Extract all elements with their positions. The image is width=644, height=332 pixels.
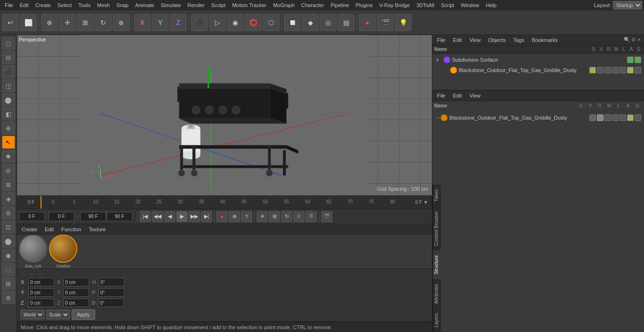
sidebar-mirror-btn[interactable]: ⊡ [2,220,15,234]
y-pos-input[interactable] [28,288,54,297]
keyframe-btn[interactable]: P [293,211,305,222]
obj-edit-btn[interactable]: Edit [451,36,464,44]
obj-bookmarks-btn[interactable]: Bookmarks [530,36,560,44]
sidebar-sculpt-btn[interactable]: ◉ [2,249,15,262]
menu-plugins[interactable]: Plugins [353,1,375,9]
next-frame-btn[interactable]: ▶▶ [189,211,200,222]
sidebar-poly-btn[interactable]: ⬛ [2,65,15,78]
deformer-button[interactable]: ⬡ [263,14,280,31]
s-checkbox[interactable] [627,57,634,63]
timeline-frame-input[interactable]: 0 F ▼ [406,200,430,205]
light2-button[interactable]: 💡 [395,14,412,31]
mat-texture-btn[interactable]: Texture [87,226,107,233]
attr-cb-5[interactable] [619,114,626,121]
scale-tool-button[interactable]: ⊞ [77,14,94,31]
r-checkbox-2[interactable] [604,67,611,73]
attr-cb-1[interactable] [589,114,596,121]
sidebar-model-btn[interactable]: ⬤ [2,93,15,106]
x-size-input[interactable] [63,278,89,286]
z-axis-button[interactable]: Z [170,14,187,31]
goto-end-btn[interactable]: ▶| [201,211,212,222]
shader-button[interactable]: ▤ [338,14,355,31]
material-preview-1[interactable] [19,235,47,263]
render-view-btn[interactable]: 🎬 [321,211,332,222]
l-checkbox-2[interactable] [619,67,626,73]
list-item[interactable]: — Blackstone_Outdoor_Flat_Top_Gas_Griddl… [434,113,642,123]
sidebar-paint-btn[interactable]: ⬤ [2,235,15,248]
menu-tools[interactable]: Tools [75,1,93,9]
mat-function-btn[interactable]: Function [59,226,83,233]
obj-file-btn[interactable]: File [435,36,447,44]
sidebar-smooth-btn[interactable]: ◌ [2,263,15,276]
dots-btn[interactable]: ⠿ [305,211,317,222]
preview-start-input[interactable] [49,212,74,221]
sidebar-bridge-btn[interactable]: ⊜ [2,206,15,219]
menu-script[interactable]: Script [438,1,457,9]
structure-tab[interactable]: Structure [433,251,441,279]
menu-edit[interactable]: Edit [17,1,32,9]
sidebar-extrude-btn[interactable]: ⊞ [2,178,15,191]
y-axis-button[interactable]: Y [152,14,169,31]
apply-button[interactable]: Apply [72,309,95,320]
attr-cb-6[interactable] [627,114,634,121]
a-checkbox-2[interactable] [627,67,634,73]
rotate-tool-button[interactable]: ↻ [95,14,112,31]
menu-create[interactable]: Create [33,1,54,9]
array-button[interactable]: ◆ [302,14,319,31]
nurbs-button[interactable]: ⭕ [245,14,262,31]
attr-cb-4[interactable] [612,114,619,121]
obj-view-btn[interactable]: View [468,36,483,44]
attr-cb-2[interactable] [597,114,603,121]
mat-edit-btn[interactable]: Edit [43,226,56,233]
record-button[interactable]: ● [359,14,376,31]
sidebar-extra-btn[interactable]: ⊛ [2,291,15,304]
move-tool-button[interactable]: ✛ [59,14,76,31]
s-checkbox-2[interactable] [589,67,596,73]
material-preview-2[interactable] [49,235,77,263]
rotate-tool-pb[interactable]: ↻ [281,211,292,222]
h-input[interactable] [99,278,124,286]
b-input[interactable] [98,299,124,307]
menu-character[interactable]: Character [298,1,327,9]
light-button[interactable]: ◉ [227,14,244,31]
x-axis-button[interactable]: X [134,14,151,31]
sidebar-knife-btn[interactable]: ⊘ [2,164,15,177]
scale-tool-pb[interactable]: ⊞ [269,211,280,222]
expand-icon[interactable]: ▼ [435,57,442,63]
table-row[interactable]: Blackstone_Outdoor_Flat_Top_Gas_Griddle_… [433,65,643,75]
render-button[interactable]: 🎬 [377,14,394,31]
obj-objects-btn[interactable]: Objects [486,36,507,44]
z-size-input[interactable] [63,299,89,307]
sidebar-live-btn[interactable]: ✺ [2,150,15,163]
menu-select[interactable]: Select [55,1,75,9]
takes-tab[interactable]: Takes [433,185,441,206]
layout-select[interactable]: Startup [613,1,642,9]
p-input[interactable] [99,288,124,297]
obj-tags-btn[interactable]: Tags [512,36,526,44]
timeline-playhead[interactable] [41,196,41,209]
menu-file[interactable]: File [2,1,16,9]
attr-file-btn[interactable]: File [435,92,447,99]
render-region-button[interactable]: ⬜ [20,14,37,31]
menu-sculpt[interactable]: Sculpt [208,1,229,9]
move-tool-pb[interactable]: ✛ [256,211,268,222]
v-checkbox-2[interactable] [597,67,603,73]
menu-motion-tracker[interactable]: Motion Tracker [229,1,269,9]
sidebar-select-btn[interactable]: ↖ [2,136,15,149]
prev-frame-btn[interactable]: ◀◀ [152,211,163,222]
mat-create-btn[interactable]: Create [20,226,39,233]
sidebar-points-btn[interactable]: ⬡ [2,37,15,50]
y-size-input[interactable] [63,288,89,297]
spline-button[interactable]: ◎ [320,14,337,31]
v-checkbox[interactable] [635,57,641,63]
preview-end-input[interactable] [80,212,106,221]
menu-mograph[interactable]: MoGraph [270,1,297,9]
sidebar-texture-btn[interactable]: ◧ [2,107,15,121]
menu-animate[interactable]: Animate [132,1,157,9]
camera-button[interactable]: ▷ [209,14,226,31]
menu-mesh[interactable]: Mesh [94,1,113,9]
obj-close-icon[interactable]: ✕ [637,37,641,43]
attr-cb-3[interactable] [604,114,611,121]
undo-button[interactable]: ↩ [2,14,19,31]
play-reverse-btn[interactable]: ◀ [164,211,175,222]
